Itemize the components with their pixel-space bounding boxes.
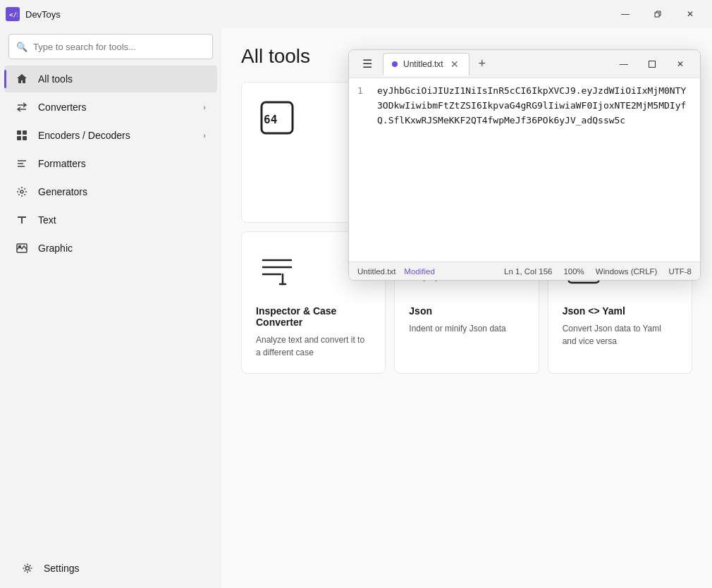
graphic-icon [16,242,28,255]
sidebar-item-label: Generators [38,186,206,197]
generators-icon [16,185,28,198]
search-icon: 🔍 [16,42,27,52]
sidebar-item-label: Converters [38,102,193,113]
tool-desc: Indent or minify Json data [409,322,524,335]
sidebar-item-label: Graphic [38,243,206,254]
formatters-icon [16,157,28,170]
notepad-tab-close-button[interactable]: ✕ [449,59,460,70]
chevron-down-icon: › [203,131,206,140]
notepad-content[interactable]: eyJhbGciOiJIUzI1NiIsInR5cCI6IkpXVCJ9.eyJ… [377,84,692,256]
notepad-statusbar: Untitled.txt Modified Ln 1, Col 156 100%… [349,262,700,280]
statusbar-encoding: UTF-8 [668,267,692,276]
svg-point-7 [20,190,23,193]
sidebar-item-settings[interactable]: Settings [10,555,211,582]
content-area: All tools 64 [221,28,712,588]
tool-name: Inspector & Case Converter [256,305,371,328]
sidebar-footer: Settings [0,549,221,588]
notepad-win-controls: — ✕ [610,53,694,75]
statusbar-zoom: 100% [563,267,584,276]
svg-rect-24 [649,61,656,67]
sidebar-item-label: Text [38,214,206,226]
statusbar-filename: Untitled.txt [357,267,395,276]
tool-desc: Convert Json data to Yaml and vice versa [563,322,677,348]
statusbar-items: Ln 1, Col 156 100% Windows (CRLF) UTF-8 [504,267,692,276]
search-input[interactable] [33,42,205,52]
encoders-icon [16,129,28,142]
svg-rect-4 [23,130,27,135]
statusbar-line-ending: Windows (CRLF) [596,267,658,276]
sidebar-item-text[interactable]: Text [4,207,217,233]
sidebar-item-encoders[interactable]: Encoders / Decoders › [4,122,217,149]
title-bar: </> DevToys — ✕ [0,0,712,28]
notepad-maximize-button[interactable] [638,53,666,75]
notepad-tab[interactable]: Untitled.txt ✕ [383,53,469,75]
svg-point-10 [26,567,30,570]
notepad-editor[interactable]: 1 eyJhbGciOiJIUzI1NiIsInR5cCI6IkpXVCJ9.e… [349,78,700,262]
window-controls: — ✕ [609,3,706,25]
notepad-add-tab-button[interactable]: + [471,53,493,75]
svg-text:64: 64 [264,113,277,126]
title-bar-left: </> DevToys [6,7,61,21]
svg-rect-3 [17,130,21,135]
sidebar-item-all-tools[interactable]: All tools [4,66,217,92]
notepad-close-button[interactable]: ✕ [666,53,694,75]
statusbar-modified: Modified [404,267,434,276]
search-box[interactable]: 🔍 [8,34,213,59]
svg-point-9 [19,246,21,248]
main-layout: 🔍 All tools Converters › [0,28,712,588]
minimize-button[interactable]: — [609,3,642,25]
tool-desc: Analyze text and convert it to a differe… [256,333,371,359]
chevron-down-icon: › [203,103,206,111]
settings-icon [21,562,34,575]
tool-name: Json <> Yaml [563,305,677,317]
sidebar-item-generators[interactable]: Generators [4,178,217,205]
sidebar: 🔍 All tools Converters › [0,28,221,588]
app-title: DevToys [25,9,61,20]
notepad-tab-filename: Untitled.txt [403,59,443,69]
line-number: 1 [357,84,369,256]
app-icon: </> [6,7,20,21]
tool-name: Json [409,305,524,317]
text-icon [16,214,28,226]
modified-indicator [392,61,398,67]
sidebar-item-label: All tools [38,73,206,85]
svg-text:</>: </> [9,11,18,18]
notepad-minimize-button[interactable]: — [610,53,638,75]
close-button[interactable]: ✕ [674,3,706,25]
converters-icon [16,101,28,114]
svg-rect-6 [23,136,27,140]
notepad-window: ☰ Untitled.txt ✕ + — ✕ [348,49,701,281]
svg-rect-5 [17,136,21,140]
home-icon [16,73,28,85]
statusbar-position: Ln 1, Col 156 [504,267,552,276]
svg-rect-2 [655,13,659,17]
sidebar-item-formatters[interactable]: Formatters [4,150,217,177]
settings-label: Settings [44,563,200,574]
notepad-menu-button[interactable]: ☰ [355,53,380,75]
notepad-titlebar: ☰ Untitled.txt ✕ + — ✕ [349,50,700,78]
restore-button[interactable] [642,3,674,25]
sidebar-item-graphic[interactable]: Graphic [4,235,217,262]
sidebar-item-label: Encoders / Decoders [38,130,193,141]
sidebar-item-converters[interactable]: Converters › [4,94,217,121]
sidebar-item-label: Formatters [38,158,206,169]
